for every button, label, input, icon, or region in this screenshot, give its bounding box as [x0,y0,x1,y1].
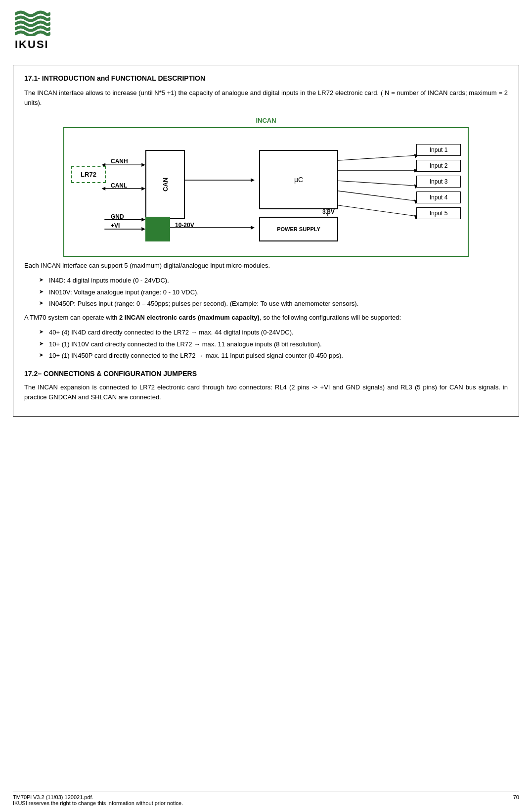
input-3-box: Input 3 [416,176,461,188]
input-5-box: Input 5 [416,207,461,219]
section-17-2-paragraph: The INCAN expansion is connected to LR72… [24,382,508,402]
input-4-box: Input 4 [416,191,461,203]
incan-box: LR72 CANH CANL CAN µC POWER SU [63,127,469,257]
3-3v-label: 3.3V [322,208,335,215]
svg-line-24 [328,204,417,216]
bullet-2-1: 40+ (4) IN4D card directly connected to … [39,328,508,337]
main-content: 17.1- INTRODUCTION and FUNCTIONAL DESCRI… [13,65,519,417]
bullet-1-2: IN010V: Voltage analogue input (range: 0… [39,287,508,297]
footer-disclaimer: IKUSI reserves the right to change this … [13,800,183,806]
logo-text: IKUSI [15,38,49,51]
footer-left: TM70Pi V3.2 (11/03) 120021.pdf. IKUSI re… [13,794,183,806]
svg-marker-11 [251,226,255,230]
paragraph-2: Each INCAN interface can support 5 (maxi… [24,261,508,271]
logo-container: IKUSI [15,9,517,51]
canl-label: CANL [111,182,127,189]
svg-line-22 [328,190,417,201]
svg-line-20 [328,180,417,186]
logo-icon [15,9,50,36]
paragraph-3: A TM70 system can operate with 2 INCAN e… [24,313,508,323]
bullet-2-3: 10+ (1) IN450P card directly connected t… [39,351,508,361]
header: IKUSI [0,0,532,56]
section-17-2-title: 17.2– CONNECTIONS & CONFIGURATION JUMPER… [24,370,508,378]
diagram-container: INCAN [24,117,508,257]
lr72-box: LR72 [71,166,106,183]
lr72-label: LR72 [81,171,96,178]
page: IKUSI 17.1- INTRODUCTION and FUNCTIONAL … [0,0,532,811]
svg-marker-7 [251,178,255,182]
section-17-1-title: 17.1- INTRODUCTION and FUNCTIONAL DESCRI… [24,74,508,82]
gnd-label: GND [111,213,124,220]
bullet-1-1: IN4D: 4 digital inputs module (0 - 24VDC… [39,276,508,286]
can-block: CAN [145,150,185,219]
bullet-1-3: IN0450P: Pulses input (range: 0 – 450pps… [39,299,508,309]
footer: TM70Pi V3.2 (11/03) 120021.pdf. IKUSI re… [13,792,519,806]
power-input-block [145,217,170,241]
bullets-1: IN4D: 4 digital inputs module (0 - 24VDC… [39,276,508,309]
uc-block: µC [259,150,338,209]
svg-marker-4 [141,187,145,191]
input-boxes: Input 1 Input 2 Input 3 Input 4 Input 5 [416,144,461,219]
input-2-box: Input 2 [416,160,461,172]
10-20v-label: 10-20V [175,222,194,229]
diagram-title: INCAN [256,117,276,124]
svg-marker-15 [141,227,145,231]
vi-label: +VI [111,222,120,229]
can-label: CAN [162,178,169,191]
diagram-inner: LR72 CANH CANL CAN µC POWER SU [71,135,461,249]
svg-marker-13 [141,218,145,222]
footer-filename: TM70Pi V3.2 (11/03) 120021.pdf. [13,794,93,800]
svg-line-16 [328,155,417,161]
svg-marker-1 [141,163,145,167]
ps-block: POWER SUPPLY [259,217,338,241]
uc-label: µC [294,176,303,184]
input-1-box: Input 1 [416,144,461,156]
intro-paragraph: The INCAN interface allows to increase (… [24,88,508,108]
bullet-2-2: 10+ (1) IN10V card directly connected to… [39,339,508,349]
svg-marker-5 [102,187,106,191]
canh-label: CANH [111,158,128,165]
bullets-2: 40+ (4) IN4D card directly connected to … [39,328,508,361]
footer-page-number: 70 [513,794,519,806]
ps-label: POWER SUPPLY [277,226,320,232]
